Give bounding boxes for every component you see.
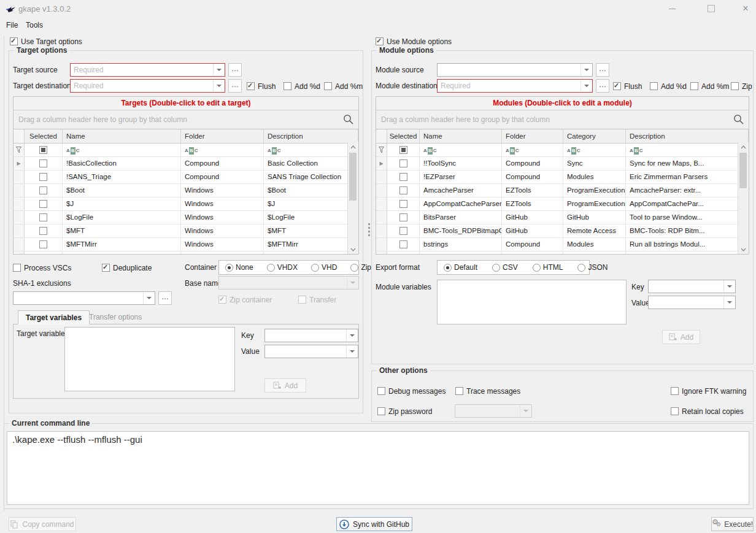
- splitter-handle[interactable]: [368, 223, 370, 236]
- module-value-combobox[interactable]: [648, 296, 736, 309]
- cell-description[interactable]: AppCompatCachePar...: [626, 197, 749, 210]
- container-vhdx-radio[interactable]: VHDX: [267, 263, 298, 272]
- column-header-name[interactable]: Name: [63, 129, 181, 143]
- filter-name-cell[interactable]: ABC: [63, 144, 181, 156]
- cell-category[interactable]: Modules: [563, 238, 626, 251]
- scroll-up-icon[interactable]: [738, 142, 748, 152]
- use-module-options-checkbox[interactable]: Use Module options: [376, 37, 452, 46]
- cell-category[interactable]: Modules: [563, 171, 626, 183]
- cell-folder[interactable]: Compound: [181, 157, 264, 170]
- table-row[interactable]: $MFT Windows $MFT: [14, 224, 358, 238]
- filter-selected-cell[interactable]: [25, 144, 63, 156]
- module-destination-combobox[interactable]: Required: [437, 79, 593, 93]
- retain-local-copies-checkbox[interactable]: Retain local copies: [671, 407, 744, 416]
- module-destination-browse-button[interactable]: …: [596, 79, 609, 93]
- target-destination-combobox[interactable]: Required: [70, 79, 225, 93]
- cell-category[interactable]: GitHub: [563, 211, 626, 224]
- target-flush-checkbox[interactable]: Flush: [247, 82, 276, 91]
- cell-description[interactable]: $J: [264, 197, 358, 210]
- column-header-folder[interactable]: Folder: [502, 129, 563, 143]
- table-row[interactable]: $J Windows $J: [14, 197, 358, 211]
- close-button[interactable]: ×: [735, 0, 756, 17]
- cell-name[interactable]: bstrings: [420, 238, 502, 251]
- table-row[interactable]: BMC-Tools_RDPBitmapCache... GitHub Remot…: [376, 224, 749, 238]
- cell-name[interactable]: !SANS_Triage: [63, 171, 181, 183]
- cell-folder[interactable]: Windows: [181, 238, 264, 251]
- cell-folder[interactable]: Compound: [502, 157, 563, 170]
- trace-messages-checkbox[interactable]: Trace messages: [455, 386, 520, 396]
- filter-folder-cell[interactable]: ABC: [502, 144, 563, 156]
- table-row[interactable]: bstrings Compound Modules Run all bstrin…: [376, 238, 749, 251]
- modules-groupby-bar[interactable]: Drag a column header here to group by th…: [376, 110, 749, 129]
- cell-folder[interactable]: Compound: [502, 238, 563, 251]
- chevron-down-icon[interactable]: [143, 292, 155, 304]
- tab-transfer-options[interactable]: Transfer options: [82, 310, 149, 324]
- column-header-description[interactable]: Description: [264, 129, 358, 143]
- filter-name-cell[interactable]: ABC: [420, 144, 502, 156]
- ignore-ftk-checkbox[interactable]: Ignore FTK warning: [671, 386, 746, 396]
- chevron-down-icon[interactable]: [723, 296, 735, 309]
- cell-name[interactable]: $MFTMirr: [63, 238, 181, 251]
- module-flush-checkbox[interactable]: Flush: [613, 82, 642, 91]
- scroll-up-icon[interactable]: [348, 142, 358, 152]
- sync-with-github-button[interactable]: Sync with GitHub: [336, 517, 412, 531]
- targets-groupby-bar[interactable]: Drag a column header here to group by th…: [14, 110, 358, 129]
- title-bar[interactable]: gkape v1.3.0.2 ×: [0, 0, 756, 18]
- cell-name[interactable]: bstrings_AeonWallet: [420, 251, 502, 255]
- table-row[interactable]: bstrings_AeonWallet bstrings KeywordSear…: [376, 251, 749, 255]
- filter-selected-cell[interactable]: [387, 144, 420, 156]
- tab-target-variables[interactable]: Target variables: [18, 310, 90, 324]
- cell-description[interactable]: Sync for new Maps, B...: [626, 157, 749, 170]
- chevron-down-icon[interactable]: [580, 80, 592, 92]
- cell-folder[interactable]: GitHub: [502, 211, 563, 224]
- cell-description[interactable]: Eric Zimmerman Parsers: [626, 171, 749, 183]
- table-row[interactable]: ▶ !BasicCollection Compound Basic Collec…: [14, 157, 358, 171]
- menu-file[interactable]: File: [2, 18, 21, 33]
- cell-name[interactable]: $J: [63, 197, 181, 210]
- table-row[interactable]: BitsParser GitHub GitHub Tool to parse W…: [376, 211, 749, 224]
- execute-button[interactable]: ⚙ ⚙ Execute!: [711, 517, 754, 531]
- targets-filter-row[interactable]: ABC ABC ABC: [14, 144, 358, 157]
- cell-category[interactable]: Remote Access: [563, 224, 626, 237]
- scroll-down-icon[interactable]: [738, 244, 748, 255]
- modules-scrollbar[interactable]: [738, 142, 749, 255]
- module-source-combobox[interactable]: [437, 63, 593, 77]
- chevron-down-icon[interactable]: [213, 80, 225, 92]
- row-select-cell[interactable]: [387, 238, 420, 251]
- cell-folder[interactable]: Windows: [181, 251, 264, 255]
- cell-name[interactable]: AppCompatCacheParser: [420, 197, 502, 210]
- cell-folder[interactable]: Windows: [181, 184, 264, 197]
- column-header-category[interactable]: Category: [563, 129, 626, 143]
- module-variables-listbox[interactable]: [437, 280, 627, 324]
- cell-description[interactable]: Run all bstrings Modul...: [626, 238, 749, 251]
- table-row[interactable]: $LogFile Windows $LogFile: [14, 211, 358, 224]
- export-html-radio[interactable]: HTML: [533, 263, 563, 272]
- cell-category[interactable]: ProgramExecution: [563, 184, 626, 197]
- target-key-combobox[interactable]: [264, 329, 358, 342]
- cell-description[interactable]: Basic Collection: [264, 157, 358, 170]
- row-select-cell[interactable]: [25, 211, 63, 224]
- cell-description[interactable]: AmcacheParser: extr...: [626, 184, 749, 197]
- row-select-cell[interactable]: [387, 171, 420, 183]
- target-source-combobox[interactable]: Required: [70, 63, 225, 77]
- cell-name[interactable]: $LogFile: [63, 211, 181, 224]
- column-header-selected[interactable]: Selected: [387, 129, 420, 143]
- row-select-cell[interactable]: [25, 184, 63, 197]
- export-json-radio[interactable]: JSON: [577, 263, 608, 272]
- module-source-browse-button[interactable]: …: [596, 63, 609, 77]
- target-source-browse-button[interactable]: …: [228, 63, 242, 77]
- cell-folder[interactable]: bstrings: [502, 251, 563, 255]
- cell-name[interactable]: AmcacheParser: [420, 184, 502, 197]
- search-icon[interactable]: [733, 114, 744, 125]
- cell-description[interactable]: SANS Triage Collection: [264, 171, 358, 183]
- module-add-d-checkbox[interactable]: Add %d: [650, 82, 687, 91]
- sha1-browse-button[interactable]: …: [158, 291, 172, 305]
- row-select-cell[interactable]: [387, 251, 420, 255]
- zip-password-checkbox[interactable]: Zip password: [377, 407, 432, 416]
- deduplicate-checkbox[interactable]: Deduplicate: [102, 263, 152, 272]
- cell-name[interactable]: $SDS: [63, 251, 181, 255]
- cell-description[interactable]: $MFT: [264, 224, 358, 237]
- row-select-cell[interactable]: [25, 251, 63, 255]
- chevron-down-icon[interactable]: [346, 345, 358, 358]
- column-header-selected[interactable]: Selected: [25, 129, 63, 143]
